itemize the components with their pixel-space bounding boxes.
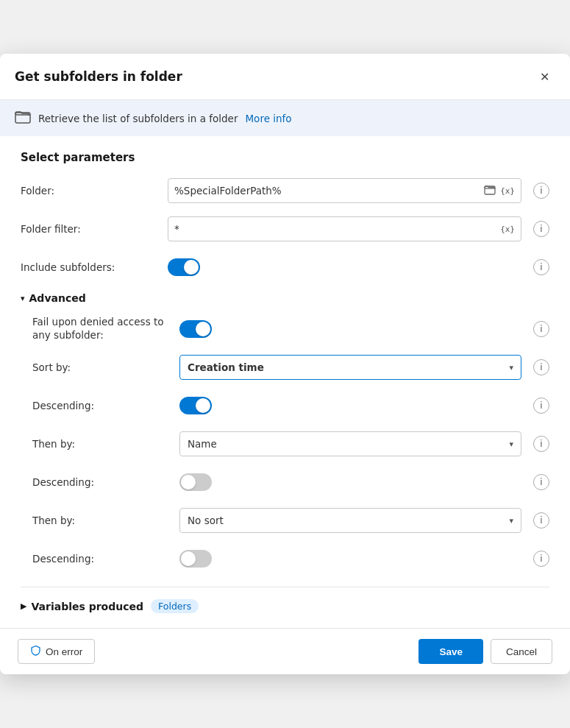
sort-by-dropdown[interactable]: Creation time ▾ bbox=[179, 355, 521, 380]
folder-input-icons: {x} bbox=[484, 184, 515, 198]
more-info-link[interactable]: More info bbox=[245, 113, 291, 124]
descending3-info-icon[interactable]: i bbox=[533, 551, 549, 567]
include-subfolders-control: i bbox=[168, 258, 549, 276]
descending1-control: i bbox=[179, 397, 549, 414]
then-by1-info-icon[interactable]: i bbox=[533, 436, 549, 452]
fail-denied-toggle[interactable] bbox=[179, 320, 212, 338]
descending2-toggle[interactable] bbox=[179, 473, 212, 491]
advanced-chevron-icon: ▾ bbox=[21, 294, 25, 303]
filter-input-icons: {x} bbox=[500, 225, 515, 234]
fail-denied-row: Fail upon denied access to any subfolder… bbox=[32, 316, 549, 342]
save-button[interactable]: Save bbox=[418, 639, 483, 664]
descending1-row: Descending: i bbox=[32, 392, 549, 419]
folder-browse-icon[interactable] bbox=[484, 184, 496, 198]
then-by2-chevron-icon: ▾ bbox=[509, 516, 513, 526]
advanced-content: Fail upon denied access to any subfolder… bbox=[21, 316, 549, 572]
variables-chevron-icon: ▶ bbox=[21, 601, 26, 611]
on-error-label: On error bbox=[46, 646, 82, 657]
then-by1-label: Then by: bbox=[32, 438, 179, 450]
variables-produced-row: ▶ Variables produced Folders bbox=[21, 587, 549, 613]
get-subfolders-dialog: Get subfolders in folder ✕ Retrieve the … bbox=[0, 54, 570, 674]
close-icon: ✕ bbox=[540, 70, 549, 84]
folder-input[interactable]: %SpecialFolderPath% {x} bbox=[168, 178, 521, 203]
folder-info-icon[interactable]: i bbox=[533, 183, 549, 199]
include-subfolders-label: Include subfolders: bbox=[21, 261, 168, 273]
then-by2-info-icon[interactable]: i bbox=[533, 512, 549, 529]
folder-filter-row: Folder filter: * {x} i bbox=[21, 216, 549, 242]
sort-by-value: Creation time bbox=[188, 361, 264, 373]
then-by1-chevron-icon: ▾ bbox=[509, 439, 513, 449]
folder-filter-info-icon[interactable]: i bbox=[533, 221, 549, 237]
variables-badge: Folders bbox=[151, 599, 199, 613]
folder-row: Folder: %SpecialFolderPath% {x} bbox=[21, 177, 549, 204]
dialog-title: Get subfolders in folder bbox=[15, 69, 182, 84]
dialog-footer: On error Save Cancel bbox=[0, 628, 570, 674]
folder-variable-icon[interactable]: {x} bbox=[500, 186, 515, 196]
descending2-label: Descending: bbox=[32, 476, 179, 488]
descending1-info-icon[interactable]: i bbox=[533, 397, 549, 414]
sort-by-row: Sort by: Creation time ▾ i bbox=[32, 354, 549, 381]
variables-produced-label: Variables produced bbox=[31, 601, 143, 612]
cancel-button[interactable]: Cancel bbox=[491, 639, 552, 664]
banner-text: Retrieve the list of subfolders in a fol… bbox=[38, 113, 238, 124]
descending1-thumb bbox=[196, 398, 210, 413]
fail-denied-label: Fail upon denied access to any subfolder… bbox=[32, 316, 179, 342]
then-by1-value: Name bbox=[188, 438, 217, 450]
shield-icon bbox=[30, 645, 41, 658]
then-by2-label: Then by: bbox=[32, 515, 179, 526]
fail-denied-info-icon[interactable]: i bbox=[533, 321, 549, 337]
then-by1-dropdown[interactable]: Name ▾ bbox=[179, 431, 521, 456]
descending3-thumb bbox=[181, 551, 196, 566]
descending1-toggle[interactable] bbox=[179, 397, 212, 414]
info-banner: Retrieve the list of subfolders in a fol… bbox=[0, 100, 570, 136]
descending3-toggle[interactable] bbox=[179, 550, 212, 568]
advanced-section-toggle[interactable]: ▾ Advanced bbox=[21, 292, 549, 304]
then-by2-value: No sort bbox=[188, 515, 224, 526]
then-by1-row: Then by: Name ▾ i bbox=[32, 431, 549, 457]
descending3-label: Descending: bbox=[32, 553, 179, 565]
folder-filter-control: * {x} i bbox=[168, 216, 549, 241]
include-subfolders-toggle[interactable] bbox=[168, 258, 200, 276]
dialog-body: Select parameters Folder: %SpecialFolder… bbox=[0, 136, 570, 628]
folder-control: %SpecialFolderPath% {x} i bbox=[168, 178, 549, 203]
sort-by-label: Sort by: bbox=[32, 361, 179, 373]
descending1-label: Descending: bbox=[32, 400, 179, 411]
variables-produced-toggle[interactable]: ▶ Variables produced bbox=[21, 601, 143, 612]
descending2-info-icon[interactable]: i bbox=[533, 474, 549, 490]
include-subfolders-info-icon[interactable]: i bbox=[533, 259, 549, 275]
fail-denied-track[interactable] bbox=[179, 320, 212, 338]
include-subfolders-thumb bbox=[184, 260, 199, 275]
then-by2-row: Then by: No sort ▾ i bbox=[32, 507, 549, 534]
folder-label: Folder: bbox=[21, 185, 168, 197]
section-title: Select parameters bbox=[21, 151, 549, 164]
descending2-control: i bbox=[179, 473, 549, 491]
include-subfolders-track[interactable] bbox=[168, 258, 200, 276]
descending2-thumb bbox=[181, 475, 196, 490]
folder-filter-label: Folder filter: bbox=[21, 223, 168, 235]
descending3-row: Descending: i bbox=[32, 545, 549, 572]
then-by1-control: Name ▾ i bbox=[179, 431, 549, 456]
fail-denied-control: i bbox=[179, 320, 549, 338]
folder-filter-input[interactable]: * {x} bbox=[168, 216, 521, 241]
include-subfolders-row: Include subfolders: i bbox=[21, 254, 549, 280]
then-by2-control: No sort ▾ i bbox=[179, 508, 549, 533]
on-error-button[interactable]: On error bbox=[18, 639, 95, 664]
folder-filter-value: * bbox=[174, 223, 179, 235]
descending2-row: Descending: i bbox=[32, 469, 549, 495]
filter-variable-icon[interactable]: {x} bbox=[500, 225, 515, 234]
fail-denied-thumb bbox=[196, 322, 210, 336]
folder-icon bbox=[15, 109, 31, 127]
descending3-track[interactable] bbox=[179, 550, 212, 568]
advanced-label: Advanced bbox=[29, 292, 86, 304]
sort-by-info-icon[interactable]: i bbox=[533, 359, 549, 375]
sort-by-chevron-icon: ▾ bbox=[509, 363, 513, 372]
then-by2-dropdown[interactable]: No sort ▾ bbox=[179, 508, 521, 533]
descending3-control: i bbox=[179, 550, 549, 568]
folder-input-value: %SpecialFolderPath% bbox=[174, 185, 282, 197]
sort-by-control: Creation time ▾ i bbox=[179, 355, 549, 380]
footer-right: Save Cancel bbox=[418, 639, 552, 664]
descending1-track[interactable] bbox=[179, 397, 212, 414]
close-button[interactable]: ✕ bbox=[533, 66, 555, 88]
dialog-header: Get subfolders in folder ✕ bbox=[0, 54, 570, 100]
descending2-track[interactable] bbox=[179, 473, 212, 491]
